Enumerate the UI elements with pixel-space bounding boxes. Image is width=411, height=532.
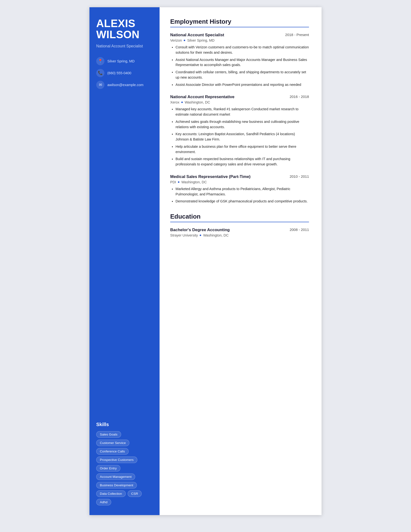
skill-tag: CSR [128, 490, 142, 497]
candidate-title: National Account Specialist [96, 44, 153, 49]
skill-tag: Conference Calls [96, 448, 129, 455]
main-content: Employment History National Account Spec… [159, 7, 322, 515]
skill-tag: Customer Service [96, 440, 129, 446]
contact-list: 📍 Silver Spring, MD 📞 (660) 555-0400 ✉ a… [96, 57, 153, 93]
edu-school: Strayer UniversityWashington, DC [170, 233, 309, 237]
company-name: PDI [170, 180, 176, 184]
company-name: Verizon [170, 38, 182, 42]
edu-block: Bachelor's Degree Accounting2008 - 2011S… [170, 228, 309, 237]
edu-container: Bachelor's Degree Accounting2008 - 2011S… [170, 228, 309, 237]
bullet-item: Coordinated with cellular centers, billi… [176, 70, 309, 80]
company-name: Xerox [170, 100, 179, 104]
job-title: Medical Sales Representative (Part-Time) [170, 174, 251, 179]
job-title: National Account Specialist [170, 33, 224, 38]
sidebar-spacer [96, 93, 153, 414]
skill-tag: Sales Goals [96, 431, 121, 438]
job-dates: 2016 - 2018 [290, 95, 309, 99]
job-location: Washington, DC [185, 100, 210, 104]
job-bullets: Consult with Verizon customers and custo… [170, 45, 309, 87]
job-header: Medical Sales Representative (Part-Time)… [170, 174, 309, 179]
skills-heading: Skills [96, 422, 153, 427]
bullet-item: Achieved sales goals through establishin… [176, 119, 309, 130]
job-company: PDIWashington, DC [170, 180, 309, 184]
education-heading: Education [170, 213, 309, 222]
bullet-item: Marketed Allergy and Asthma products to … [176, 186, 309, 197]
dot-separator [200, 235, 201, 236]
skill-tag: Prospective Customers [96, 456, 137, 463]
education-section: Education Bachelor's Degree Accounting20… [170, 213, 309, 237]
job-location: Washington, DC [181, 180, 207, 184]
job-company: VerizonSilver Spring, MD [170, 38, 309, 42]
bullet-item: Consult with Verizon customers and custo… [176, 45, 309, 55]
edu-dates: 2008 - 2011 [290, 228, 309, 232]
skill-tag: Order Entry [96, 465, 120, 472]
edu-degree: Bachelor's Degree Accounting [170, 228, 230, 232]
email-icon: ✉ [96, 81, 104, 89]
skill-tag: Adhd [96, 499, 111, 505]
job-bullets: Managed key accounts, Ranked #1 salesper… [170, 107, 309, 167]
sidebar: ALEXIS WILSON National Account Specialis… [89, 7, 159, 515]
bullet-item: Assist National Accounts Manager and Maj… [176, 57, 309, 68]
location-icon: 📍 [96, 57, 104, 65]
bullet-item: Managed key accounts, Ranked #1 salesper… [176, 107, 309, 117]
employment-section: Employment History National Account Spec… [170, 18, 309, 204]
school-name: Strayer University [170, 233, 198, 237]
contact-email: ✉ awilson@example.com [96, 81, 153, 89]
job-block: National Account Specialist2018 - Presen… [170, 33, 309, 87]
bullet-item: Assist Associate Director with PowerPoin… [176, 82, 309, 87]
bullet-item: Help articulate a business plan for ther… [176, 144, 309, 155]
bullet-item: Demonstrated knowledge of GSK pharmaceut… [176, 199, 309, 204]
job-title: National Account Representative [170, 95, 234, 99]
employment-heading: Employment History [170, 18, 309, 27]
candidate-name: ALEXIS WILSON [96, 18, 153, 40]
contact-phone: 📞 (660) 555-0400 [96, 69, 153, 77]
job-location: Silver Spring, MD [187, 38, 215, 42]
skill-tag: Data Collection [96, 490, 126, 497]
skill-tag: Account Management [96, 474, 135, 480]
skills-section: Skills Sales GoalsCustomer ServiceConfer… [96, 422, 153, 505]
edu-header: Bachelor's Degree Accounting2008 - 2011 [170, 228, 309, 232]
job-header: National Account Specialist2018 - Presen… [170, 33, 309, 38]
bullet-item: Key accounts: Lexington Baptist Associat… [176, 132, 309, 142]
resume-wrapper: ALEXIS WILSON National Account Specialis… [89, 7, 322, 515]
contact-location: 📍 Silver Spring, MD [96, 57, 153, 65]
skill-tag: Business Development [96, 482, 137, 488]
job-bullets: Marketed Allergy and Asthma products to … [170, 186, 309, 204]
school-location: Washington, DC [203, 233, 228, 237]
job-block: National Account Representative2016 - 20… [170, 95, 309, 167]
bullet-item: Build and sustain respected business rel… [176, 156, 309, 167]
phone-icon: 📞 [96, 69, 104, 77]
jobs-container: National Account Specialist2018 - Presen… [170, 33, 309, 204]
job-block: Medical Sales Representative (Part-Time)… [170, 174, 309, 204]
skills-tags: Sales GoalsCustomer ServiceConference Ca… [96, 431, 153, 505]
dot-separator [178, 181, 179, 183]
dot-separator [181, 102, 183, 103]
job-dates: 2018 - Present [285, 33, 309, 37]
dot-separator [184, 40, 185, 41]
job-header: National Account Representative2016 - 20… [170, 95, 309, 99]
job-dates: 2010 - 2011 [290, 174, 309, 179]
job-company: XeroxWashington, DC [170, 100, 309, 104]
